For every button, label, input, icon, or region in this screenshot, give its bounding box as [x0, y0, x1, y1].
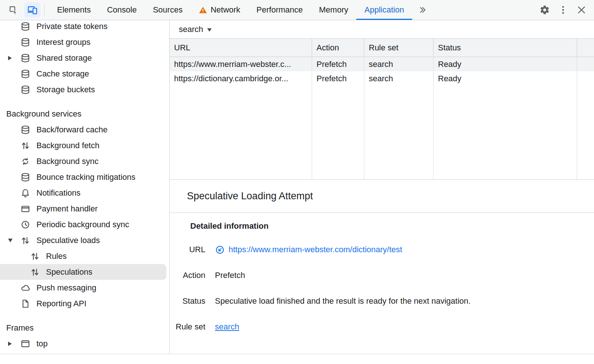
sidebar-item-notifications[interactable]: Notifications	[0, 185, 169, 201]
tab-network[interactable]: Network	[191, 0, 248, 20]
database-icon	[21, 69, 30, 79]
expander[interactable]	[8, 56, 21, 60]
tab-application[interactable]: Application	[356, 0, 412, 20]
tab-label: Console	[107, 5, 137, 15]
close-devtools-button[interactable]	[573, 2, 590, 18]
sidebar-item-label: Shared storage	[36, 53, 92, 63]
sidebar-section-background-services: Background services	[0, 106, 169, 122]
database-icon	[21, 125, 30, 135]
database-icon	[21, 85, 30, 94]
up-down-arrows-icon	[30, 251, 40, 261]
table-cell-action[interactable]: Prefetch	[312, 57, 364, 71]
sidebar-item-cache-storage[interactable]: Cache storage	[0, 66, 169, 82]
table-cell-status[interactable]: Ready	[434, 57, 577, 71]
database-icon	[21, 38, 30, 47]
sidebar-item-push-messaging[interactable]: Push messaging	[0, 280, 169, 296]
more-tabs-button[interactable]	[412, 0, 433, 20]
sidebar-item-top-frame[interactable]: top	[0, 336, 169, 351]
ruleset-filter-dropdown[interactable]: search	[179, 25, 212, 34]
sidebar-item-label: Storage buckets	[36, 85, 95, 94]
sidebar-item-background-fetch[interactable]: Background fetch	[0, 138, 169, 153]
sidebar-item-storage-buckets[interactable]: Storage buckets	[0, 82, 169, 97]
toggle-device-toolbar-button[interactable]	[24, 2, 40, 18]
column-header-action[interactable]: Action	[312, 39, 364, 57]
up-down-arrows-icon	[21, 236, 30, 245]
sidebar-item-bounce-tracking-mitigations[interactable]: Bounce tracking mitigations	[0, 169, 169, 185]
details-pane-title: Speculative Loading Attempt	[170, 180, 594, 213]
table-cell-url[interactable]: https://www.merriam-webster.c...	[170, 57, 312, 71]
payment-card-icon	[21, 204, 30, 214]
tab-console[interactable]: Console	[99, 0, 145, 20]
detail-url-link[interactable]: https://www.merriam-webster.com/dictiona…	[229, 245, 402, 254]
tab-sources[interactable]: Sources	[145, 0, 191, 20]
tab-label: Memory	[319, 5, 348, 15]
speculations-table: URL Action Rule set Status https://www.m…	[170, 38, 594, 180]
sidebar-item-label: Background sync	[36, 157, 99, 166]
cloud-icon	[21, 283, 30, 293]
sidebar-item-interest-groups[interactable]: Interest groups	[0, 34, 169, 50]
detail-row-rule-set: Rule set search	[170, 314, 594, 340]
tab-label: Sources	[153, 5, 183, 15]
inspect-element-button[interactable]	[5, 2, 21, 18]
sidebar-item-rules[interactable]: Rules	[0, 248, 169, 264]
sidebar-item-speculations[interactable]: Speculations	[0, 264, 166, 280]
table-filler	[312, 86, 364, 179]
triangle-right-icon	[8, 342, 12, 346]
column-header-rule-set[interactable]: Rule set	[364, 39, 434, 57]
table-cell-rule-set[interactable]: search	[364, 57, 434, 71]
column-header-url[interactable]: URL	[170, 39, 312, 57]
kebab-menu-icon	[558, 5, 568, 15]
sidebar-item-label: Bounce tracking mitigations	[36, 172, 135, 182]
table-filler	[170, 86, 312, 179]
sidebar-item-payment-handler[interactable]: Payment handler	[0, 201, 169, 217]
double-chevron-icon	[418, 6, 427, 14]
up-down-arrows-icon	[30, 267, 40, 277]
table-cell-rule-set[interactable]: search	[364, 71, 434, 86]
tab-memory[interactable]: Memory	[311, 0, 356, 20]
tab-performance[interactable]: Performance	[248, 0, 311, 20]
detailed-information-heading: Detailed information	[190, 221, 594, 231]
ruleset-filter-bar: search	[170, 20, 594, 38]
toolbar-right-icons	[537, 0, 594, 20]
sidebar-item-background-sync[interactable]: Background sync	[0, 153, 169, 169]
table-cell-action[interactable]: Prefetch	[312, 71, 364, 86]
expander[interactable]	[8, 342, 21, 346]
detail-rule-set-link[interactable]: search	[215, 322, 239, 332]
sidebar-tree: Private state tokens Interest groups Sha…	[0, 20, 169, 351]
bottom-scrollbar-strip[interactable]	[0, 354, 594, 364]
detail-row-action: Action Prefetch	[170, 263, 594, 288]
sidebar-item-label: Notifications	[36, 188, 81, 198]
devtools-toolbar: Elements Console Sources Network Perform…	[0, 0, 594, 20]
sidebar-item-periodic-background-sync[interactable]: Periodic background sync	[0, 217, 169, 232]
tab-elements[interactable]: Elements	[49, 0, 99, 20]
customize-menu-button[interactable]	[555, 2, 571, 18]
speculations-view: search URL Action Rule set Status https:…	[170, 20, 594, 354]
sidebar-item-shared-storage[interactable]: Shared storage	[0, 50, 169, 66]
tab-label: Application	[364, 5, 404, 15]
table-filler	[364, 86, 434, 179]
sidebar-item-label: Rules	[46, 251, 67, 261]
sidebar-item-label: top	[36, 339, 48, 349]
sidebar-item-label: Push messaging	[36, 283, 96, 293]
up-down-arrows-icon	[21, 141, 30, 150]
sidebar-item-back-forward-cache[interactable]: Back/forward cache	[0, 122, 169, 138]
expander[interactable]	[8, 239, 21, 242]
toolbar-left-icons	[0, 0, 44, 20]
sidebar-item-label: Background fetch	[36, 141, 99, 150]
table-cell-url[interactable]: https://dictionary.cambridge.or...	[170, 71, 312, 86]
sidebar-item-label: Back/forward cache	[36, 125, 107, 135]
detail-label-status: Status	[170, 296, 205, 306]
settings-button[interactable]	[537, 2, 553, 18]
sidebar-item-private-state-tokens[interactable]: Private state tokens	[0, 20, 169, 34]
sidebar-item-label: Payment handler	[36, 204, 98, 214]
database-icon	[21, 53, 30, 63]
panel-tabs: Elements Console Sources Network Perform…	[45, 0, 433, 20]
database-icon	[21, 172, 30, 182]
sidebar-item-speculative-loads[interactable]: Speculative loads	[0, 232, 169, 248]
sidebar-item-reporting-api[interactable]: Reporting API	[0, 296, 169, 311]
column-header-status[interactable]: Status	[434, 39, 577, 57]
frame-icon	[21, 339, 30, 349]
sidebar-item-label: Speculative loads	[36, 236, 100, 245]
table-cell-status[interactable]: Ready	[434, 71, 577, 86]
triangle-right-icon	[8, 56, 12, 60]
